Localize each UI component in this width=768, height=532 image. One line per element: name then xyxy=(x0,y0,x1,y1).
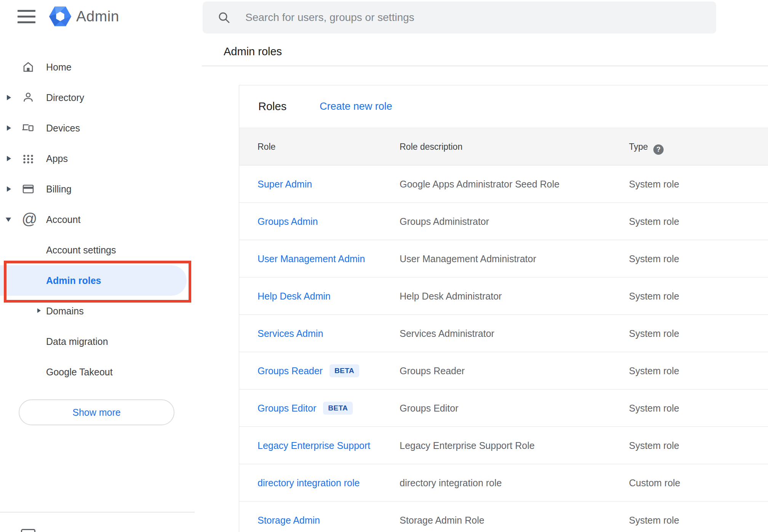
beta-badge: BETA xyxy=(330,364,359,377)
role-description: Legacy Enterprise Support Role xyxy=(400,427,534,464)
search-icon xyxy=(217,11,231,24)
sidebar-item-label: Billing xyxy=(46,174,72,204)
sidebar-item-data-migration[interactable]: Data migration xyxy=(0,326,196,357)
table-row: Groups Admin Groups Administrator System… xyxy=(239,203,768,240)
role-link[interactable]: Super Admin xyxy=(258,179,312,190)
sidebar-bottom-divider xyxy=(0,512,195,513)
sidebar-item-label: Admin roles xyxy=(46,265,101,296)
role-link[interactable]: Services Admin xyxy=(258,328,323,339)
hamburger-menu-icon[interactable] xyxy=(18,10,35,23)
table-header-row: Role Role description Type? xyxy=(239,128,768,165)
sidebar-item-label: Directory xyxy=(46,82,84,113)
sidebar: Admin Home Directory Devices xyxy=(0,0,196,532)
role-type: System role xyxy=(629,389,679,427)
role-link[interactable]: Groups Editor xyxy=(258,403,316,414)
role-type: System role xyxy=(629,427,679,464)
table-row: Legacy Enterprise Support Legacy Enterpr… xyxy=(239,427,768,464)
sidebar-item-billing[interactable]: Billing xyxy=(0,174,196,204)
role-type: System role xyxy=(629,165,679,203)
search-bar[interactable] xyxy=(203,2,716,34)
column-header-type: Type? xyxy=(629,128,664,166)
roles-card-header: Roles Create new role xyxy=(239,85,768,128)
show-more-button[interactable]: Show more xyxy=(19,399,174,425)
role-type: System role xyxy=(629,203,679,240)
sidebar-item-label: Apps xyxy=(46,143,68,174)
home-icon xyxy=(22,61,35,74)
sidebar-item-label: Home xyxy=(46,52,72,82)
role-description: Storage Admin Role xyxy=(400,502,484,532)
table-row: Groups Editor BETA Groups Editor System … xyxy=(239,389,768,427)
role-link[interactable]: Groups Reader xyxy=(258,365,323,377)
roles-card: Roles Create new role Role Role descript… xyxy=(239,85,768,532)
role-link[interactable]: Groups Admin xyxy=(258,216,318,227)
beta-badge: BETA xyxy=(323,402,353,415)
at-sign-icon: @ xyxy=(22,212,35,225)
sidebar-nav: Home Directory Devices xyxy=(0,52,196,387)
sidebar-item-apps[interactable]: Apps xyxy=(0,143,196,174)
sidebar-item-google-takeout[interactable]: Google Takeout xyxy=(0,357,196,387)
role-link[interactable]: Storage Admin xyxy=(258,515,320,526)
sidebar-item-admin-roles[interactable]: Admin roles xyxy=(0,265,196,296)
role-description: Services Administrator xyxy=(400,315,494,352)
roles-table-body: Super Admin Google Apps Administrator Se… xyxy=(239,165,768,532)
role-link[interactable]: Legacy Enterprise Support xyxy=(258,440,370,451)
role-type: System role xyxy=(629,352,679,389)
chevron-right-icon[interactable] xyxy=(37,308,41,313)
role-description: Groups Reader xyxy=(400,352,465,389)
sidebar-item-label: Devices xyxy=(46,113,80,143)
header-divider xyxy=(202,66,768,66)
roles-title: Roles xyxy=(258,85,286,128)
help-icon[interactable]: ? xyxy=(653,144,664,155)
column-header-role: Role xyxy=(258,128,275,166)
sidebar-item-account[interactable]: @ Account xyxy=(0,204,196,235)
role-type: Custom role xyxy=(629,464,680,502)
create-new-role-link[interactable]: Create new role xyxy=(320,85,392,128)
role-link[interactable]: User Management Admin xyxy=(258,253,365,264)
sidebar-item-domains[interactable]: Domains xyxy=(0,296,196,326)
role-description: directory integration role xyxy=(400,464,502,502)
role-type: System role xyxy=(629,502,679,532)
role-link[interactable]: directory integration role xyxy=(258,478,360,489)
table-row: Services Admin Services Administrator Sy… xyxy=(239,315,768,352)
person-icon xyxy=(22,91,35,104)
credit-card-icon xyxy=(22,183,35,195)
sidebar-item-label: Account xyxy=(46,204,80,235)
table-row: Groups Reader BETA Groups Reader System … xyxy=(239,352,768,389)
sidebar-item-devices[interactable]: Devices xyxy=(0,113,196,143)
table-row: Super Admin Google Apps Administrator Se… xyxy=(239,165,768,203)
role-description: Help Desk Administrator xyxy=(400,277,502,315)
table-row: Storage Admin Storage Admin Role System … xyxy=(239,502,768,532)
apps-grid-icon xyxy=(22,152,35,165)
role-description: Google Apps Administrator Seed Role xyxy=(400,165,560,203)
chevron-right-icon[interactable] xyxy=(7,156,11,161)
chevron-right-icon[interactable] xyxy=(7,186,11,192)
table-row: directory integration role directory int… xyxy=(239,464,768,502)
sidebar-item-label: Domains xyxy=(46,296,84,326)
devices-icon xyxy=(22,122,35,135)
column-header-role-description: Role description xyxy=(400,128,462,166)
table-row: Help Desk Admin Help Desk Administrator … xyxy=(239,277,768,315)
app-title: Admin xyxy=(76,5,119,28)
clipped-bottom-icon xyxy=(21,529,35,532)
role-description: User Management Administrator xyxy=(400,240,536,277)
google-admin-logo-icon xyxy=(48,5,72,28)
chevron-right-icon[interactable] xyxy=(7,95,11,100)
chevron-down-icon[interactable] xyxy=(6,218,11,222)
sidebar-item-directory[interactable]: Directory xyxy=(0,82,196,113)
chevron-right-icon[interactable] xyxy=(7,125,11,131)
role-type: System role xyxy=(629,315,679,352)
sidebar-item-label: Account settings xyxy=(46,235,116,265)
role-type: System role xyxy=(629,277,679,315)
role-description: Groups Administrator xyxy=(400,203,489,240)
sidebar-item-home[interactable]: Home xyxy=(0,52,196,82)
sidebar-item-label: Google Takeout xyxy=(46,357,113,387)
sidebar-item-label: Data migration xyxy=(46,326,108,357)
role-link[interactable]: Help Desk Admin xyxy=(258,291,331,302)
breadcrumb-page-title: Admin roles xyxy=(224,45,282,58)
role-description: Groups Editor xyxy=(400,389,458,427)
search-input[interactable] xyxy=(245,2,695,34)
role-type: System role xyxy=(629,240,679,277)
table-row: User Management Admin User Management Ad… xyxy=(239,240,768,277)
sidebar-item-account-settings[interactable]: Account settings xyxy=(0,235,196,265)
